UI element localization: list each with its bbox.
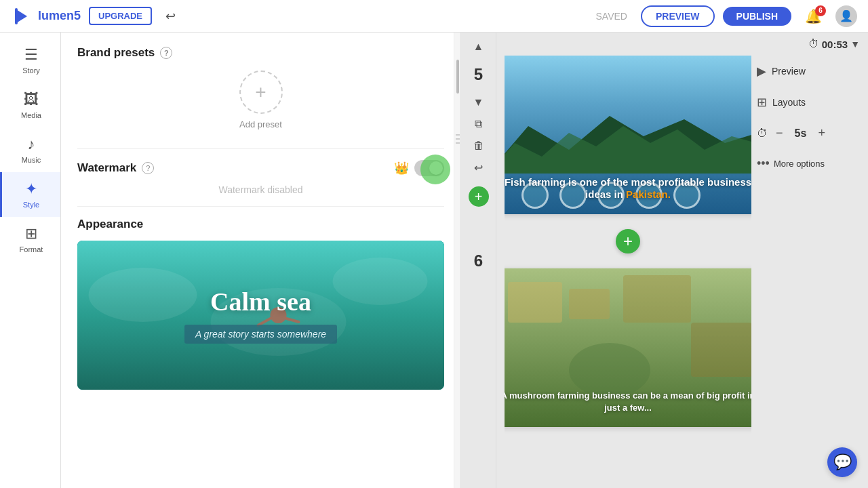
appearance-card[interactable]: Calm sea A great story starts somewhere	[77, 241, 444, 390]
divider-2	[77, 206, 444, 207]
slide-card-6[interactable]: A mushroom farming business can be a mea…	[505, 268, 751, 427]
watermark-row: Watermark ? 👑	[77, 160, 444, 176]
brand-presets-section: Brand presets ?	[77, 46, 444, 60]
saved-status: SAVED	[596, 11, 627, 22]
duration-row: ⏱ − 5s +	[751, 123, 860, 143]
scroll-indicator-line2	[456, 138, 460, 140]
calm-sea-subtitle: A great story starts somewhere	[184, 325, 337, 344]
canvas-content: Fish farming is one of the most profitab…	[496, 56, 868, 488]
slide6-main-text: A mushroom farming business can be a mea…	[505, 390, 751, 413]
style-icon: ✦	[25, 180, 37, 198]
brand-presets-title: Brand presets	[77, 46, 155, 60]
sidebar-item-style[interactable]: ✦ Style	[0, 172, 60, 217]
timer-chevron-icon[interactable]: ▼	[850, 39, 860, 49]
layouts-icon: ⊞	[757, 95, 767, 110]
sidebar-item-media[interactable]: 🖼 Media	[0, 83, 60, 127]
scroll-indicator-line3	[456, 142, 460, 144]
slide-card-5[interactable]: Fish farming is one of the most profitab…	[505, 56, 751, 214]
slide5-mountain-svg	[505, 113, 751, 174]
more-options-button[interactable]: ••• More options	[751, 154, 860, 174]
chat-button[interactable]: 💬	[827, 447, 857, 477]
slide5-text-overlay: Fish farming is one of the most profitab…	[505, 176, 751, 201]
timeline-loop-button[interactable]: ↩	[471, 159, 486, 177]
timeline-down-button[interactable]: ▼	[471, 94, 487, 111]
timeline-slide6-number: 6	[474, 251, 483, 270]
more-options-icon: •••	[757, 157, 770, 171]
play-icon: ▶	[757, 64, 766, 79]
more-options-label: More options	[774, 159, 825, 169]
slide5-main-text: Fish farming is one of the most profitab…	[505, 176, 751, 200]
timer-icon: ⏱	[808, 38, 819, 50]
logo-text: lumen5	[38, 9, 81, 23]
slide6-text-overlay: A mushroom farming business can be a mea…	[505, 389, 751, 413]
logo[interactable]: lumen5	[11, 5, 81, 27]
watermark-toggle[interactable]	[414, 160, 444, 176]
watermark-label-row: Watermark ?	[77, 161, 154, 175]
music-icon: ♪	[28, 136, 35, 153]
divider-1	[77, 148, 444, 149]
undo-button[interactable]: ↩	[165, 9, 176, 24]
timeline-strip: ▲ 5 ▼ ⧉ 🗑 ↩ + 6	[461, 33, 496, 488]
canvas-area: ⏱ 00:53 ▼	[496, 33, 868, 488]
calm-sea-title: Calm sea	[210, 287, 311, 317]
sidebar: ☰ Story 🖼 Media ♪ Music ✦ Style ⊞ Format	[0, 33, 61, 488]
svg-rect-13	[569, 289, 610, 319]
style-panel-inner: Brand presets ? + Add preset Watermark ?…	[61, 33, 460, 488]
toggle-knob	[429, 161, 443, 175]
timer-bar: ⏱ 00:53 ▼	[496, 33, 868, 56]
sidebar-item-label-media: Media	[21, 111, 41, 119]
svg-rect-12	[508, 282, 562, 323]
add-slide-area: +	[616, 226, 640, 256]
preview-button[interactable]: PREVIEW	[641, 5, 715, 27]
timeline-copy-button[interactable]: ⧉	[472, 115, 485, 133]
timeline-slide5-number: 5	[474, 65, 483, 84]
scroll-indicator-line	[456, 134, 460, 136]
timeline-add-button[interactable]: +	[469, 186, 489, 207]
duration-increase-button[interactable]: +	[816, 126, 829, 140]
notification-badge: 6	[815, 5, 826, 16]
sidebar-item-label-style: Style	[23, 201, 39, 209]
preview-panel-label: Preview	[772, 66, 806, 77]
topbar: lumen5 UPGRADE ↩ SAVED PREVIEW PUBLISH 🔔…	[0, 0, 868, 33]
svg-rect-1	[15, 8, 18, 24]
main-layout: ☰ Story 🖼 Media ♪ Music ✦ Style ⊞ Format…	[0, 33, 868, 488]
watermark-disabled-text: Watermark disabled	[77, 184, 444, 195]
upgrade-button[interactable]: UPGRADE	[89, 7, 152, 25]
watermark-controls: 👑	[394, 160, 444, 176]
timer-display: 00:53	[822, 39, 848, 50]
panel-scrollbar-thumb	[456, 60, 459, 94]
svg-rect-14	[623, 275, 691, 323]
svg-marker-0	[16, 9, 27, 23]
layouts-button[interactable]: ⊞ Layouts	[751, 92, 860, 113]
duration-value: 5s	[791, 127, 810, 140]
add-preset-label: Add preset	[239, 119, 282, 129]
watermark-title: Watermark	[77, 161, 136, 175]
add-preset-button[interactable]: +	[239, 70, 283, 114]
sidebar-item-label-music: Music	[22, 156, 41, 164]
watermark-help-icon[interactable]: ?	[142, 162, 154, 174]
slides-area: Fish farming is one of the most profitab…	[505, 56, 751, 488]
add-slide-button[interactable]: +	[616, 229, 640, 253]
appearance-card-content: Calm sea A great story starts somewhere	[77, 241, 444, 390]
timeline-delete-button[interactable]: 🗑	[471, 137, 487, 155]
story-icon: ☰	[24, 46, 38, 64]
user-avatar[interactable]: 👤	[835, 5, 857, 27]
appearance-title: Appearance	[77, 218, 444, 231]
sidebar-item-story[interactable]: ☰ Story	[0, 38, 60, 83]
crown-icon: 👑	[394, 161, 409, 176]
style-panel: Brand presets ? + Add preset Watermark ?…	[61, 33, 461, 488]
timeline-up-button[interactable]: ▲	[471, 38, 487, 56]
right-panel: ▶ Preview ⊞ Layouts ⏱ − 5s + ••• More op…	[751, 56, 860, 488]
svg-rect-16	[691, 323, 752, 377]
preview-panel-button[interactable]: ▶ Preview	[751, 61, 860, 81]
sidebar-item-music[interactable]: ♪ Music	[0, 127, 60, 172]
notifications-button[interactable]: 🔔 6	[805, 8, 822, 24]
duration-decrease-button[interactable]: −	[773, 126, 786, 140]
sidebar-item-label-format: Format	[20, 245, 43, 253]
format-icon: ⊞	[25, 225, 37, 243]
publish-button[interactable]: PUBLISH	[723, 7, 791, 26]
panel-scrollbar[interactable]	[454, 33, 460, 488]
sidebar-item-format[interactable]: ⊞ Format	[0, 217, 60, 262]
brand-presets-help-icon[interactable]: ?	[160, 47, 172, 59]
sidebar-item-label-story: Story	[22, 66, 40, 75]
